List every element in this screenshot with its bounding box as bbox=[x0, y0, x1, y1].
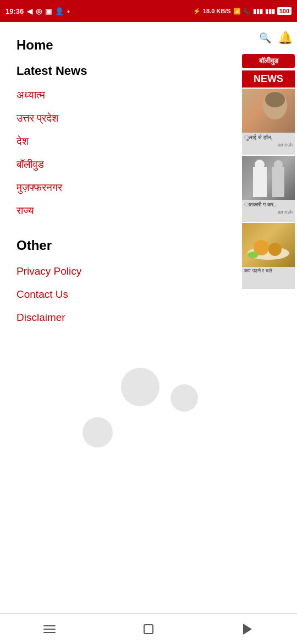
news-card-2-author: amrish bbox=[242, 209, 295, 216]
news-card-1[interactable]: ुलाई से हॉल, amrish bbox=[242, 89, 295, 155]
call-icon: 📞 bbox=[243, 8, 251, 15]
battery-level: 100 bbox=[277, 7, 292, 15]
circle-2 bbox=[170, 384, 198, 412]
top-icons-bar: 🔍 🔔 bbox=[242, 22, 297, 54]
latest-news-heading: Latest News bbox=[0, 59, 242, 84]
person-face-svg bbox=[242, 89, 295, 133]
news-badge: NEWS bbox=[242, 70, 295, 88]
persons-svg bbox=[242, 156, 295, 200]
dot-indicator: • bbox=[67, 7, 70, 15]
home-heading[interactable]: Home bbox=[0, 33, 242, 59]
network-speed: 18.0 KB/S bbox=[203, 8, 231, 14]
news-card-2[interactable]: ातकारी ग कर... amrish bbox=[242, 156, 295, 222]
right-panel: 🔍 🔔 बॉलीवुड NEWS ुलाई से हॉल, amrish bbox=[242, 22, 297, 613]
svg-rect-2 bbox=[253, 167, 267, 197]
sidebar-item-uttar-pradesh[interactable]: उत्तर प्रदेश bbox=[0, 107, 242, 130]
sidebar-drawer: Home Latest News अध्यात्म उत्तर प्रदेश द… bbox=[0, 22, 242, 613]
signal-icon2: ▮▮▮ bbox=[265, 8, 275, 15]
svg-point-8 bbox=[268, 243, 282, 256]
nav-home-button[interactable] bbox=[132, 614, 165, 644]
nav-back-button[interactable] bbox=[231, 614, 264, 644]
bollywood-badge[interactable]: बॉलीवुड bbox=[242, 54, 295, 68]
news-card-2-text: ातकारी ग कर... bbox=[242, 200, 295, 209]
bell-icon[interactable]: 🔔 bbox=[278, 31, 293, 45]
sidebar-item-disclaimer[interactable]: Disclaimer bbox=[0, 306, 242, 329]
sidebar-item-contact-us[interactable]: Contact Us bbox=[0, 283, 242, 306]
square-icon bbox=[144, 624, 153, 634]
news-card-3-text: कम पडने र चले bbox=[242, 267, 295, 275]
nav-menu-button[interactable] bbox=[33, 614, 66, 644]
sidebar-item-privacy-policy[interactable]: Privacy Policy bbox=[0, 260, 242, 283]
back-icon bbox=[243, 624, 252, 635]
other-section: Other Privacy Policy Contact Us Disclaim… bbox=[0, 233, 242, 329]
sidebar-item-muzaffarnagar[interactable]: मुज़फ्फरनगर bbox=[0, 176, 242, 199]
svg-point-9 bbox=[248, 252, 258, 258]
signal-icon: ▮▮▮ bbox=[253, 8, 263, 15]
news-card-3[interactable]: कम पडने र चले bbox=[242, 223, 295, 289]
news-card-3-image bbox=[242, 223, 295, 267]
location-icon: ◀ bbox=[27, 7, 32, 15]
bottom-navigation bbox=[0, 613, 297, 644]
time-display: 19:36 bbox=[6, 7, 24, 15]
svg-point-1 bbox=[265, 92, 285, 107]
right-panel-inner: 🔍 🔔 बॉलीवुड NEWS ुलाई से हॉल, amrish bbox=[242, 22, 297, 289]
screen-record-icon: ▣ bbox=[45, 7, 52, 15]
sidebar-item-rajya[interactable]: राज्य bbox=[0, 199, 242, 222]
news-card-2-image bbox=[242, 156, 295, 200]
news-card-1-image bbox=[242, 89, 295, 133]
wifi-icon: 📶 bbox=[233, 8, 241, 15]
svg-rect-4 bbox=[272, 167, 284, 197]
circle-1 bbox=[121, 368, 160, 406]
search-icon[interactable]: 🔍 bbox=[258, 31, 272, 45]
other-heading: Other bbox=[0, 233, 242, 260]
person-icon: 👤 bbox=[55, 7, 64, 15]
decorative-area bbox=[0, 351, 242, 461]
svg-point-5 bbox=[274, 160, 283, 169]
circle-3 bbox=[82, 417, 113, 447]
food-svg bbox=[242, 223, 295, 267]
sidebar-item-adhyatm[interactable]: अध्यात्म bbox=[0, 84, 242, 107]
svg-point-3 bbox=[255, 160, 265, 170]
hamburger-icon bbox=[43, 625, 56, 633]
bluetooth-icon: ⚡ bbox=[193, 8, 201, 15]
sidebar-item-desh[interactable]: देश bbox=[0, 130, 242, 153]
status-bar: 19:36 ◀ ◎ ▣ 👤 • ⚡ 18.0 KB/S 📶 📞 ▮▮▮ ▮▮▮ … bbox=[0, 0, 297, 22]
notification-icon: ◎ bbox=[36, 7, 42, 15]
status-right: ⚡ 18.0 KB/S 📶 📞 ▮▮▮ ▮▮▮ 100 bbox=[193, 7, 292, 15]
status-left: 19:36 ◀ ◎ ▣ 👤 • bbox=[6, 7, 70, 15]
main-container: Home Latest News अध्यात्म उत्तर प्रदेश द… bbox=[0, 22, 297, 613]
news-card-1-text: ुलाई से हॉल, bbox=[242, 133, 295, 142]
news-card-1-author: amrish bbox=[242, 142, 295, 149]
sidebar-item-bollywood[interactable]: बॉलीवुड bbox=[0, 153, 242, 176]
